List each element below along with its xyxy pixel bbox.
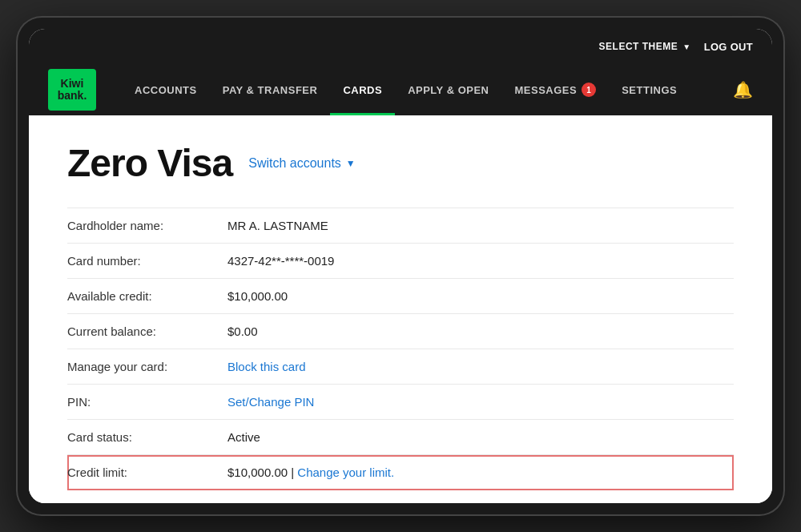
- available-credit-value: $10,000.00: [227, 279, 734, 314]
- table-row-cardholder-name: Cardholder name:MR A. LASTNAME: [67, 208, 734, 244]
- table-row-pin: PIN:Set/Change PIN: [67, 385, 734, 420]
- nav-item-apply-open[interactable]: APPLY & OPEN: [395, 64, 501, 115]
- card-status-label: Card status:: [67, 420, 227, 455]
- card-info-table: Cardholder name:MR A. LASTNAMECard numbe…: [67, 208, 734, 503]
- credit-limit-label: Credit limit:: [67, 455, 227, 490]
- statements-value[interactable]: Manage delivery options.: [227, 490, 734, 504]
- screen: SELECT THEME ▼ LOG OUT Kiwibank. ACCOUNT…: [29, 29, 772, 503]
- table-row-manage-card: Manage your card:Block this card: [67, 349, 734, 385]
- top-bar: SELECT THEME ▼ LOG OUT: [29, 29, 772, 64]
- table-row-card-status: Card status:Active: [67, 420, 734, 455]
- logout-button[interactable]: LOG OUT: [704, 41, 753, 53]
- table-row-statements: Statements:Manage delivery options.: [67, 490, 734, 504]
- main-nav: Kiwibank. ACCOUNTSPAY & TRANSFERCARDSAPP…: [29, 64, 772, 115]
- page-title: Zero Visa: [67, 141, 232, 185]
- current-balance-label: Current balance:: [67, 314, 227, 349]
- nav-item-pay-transfer[interactable]: PAY & TRANSFER: [210, 64, 331, 115]
- select-theme-label: SELECT THEME: [599, 41, 678, 52]
- logo[interactable]: Kiwibank.: [48, 69, 96, 111]
- pin-value[interactable]: Set/Change PIN: [227, 385, 734, 420]
- nav-item-settings[interactable]: SETTINGS: [609, 64, 690, 115]
- table-row-current-balance: Current balance:$0.00: [67, 314, 734, 349]
- card-number-label: Card number:: [67, 244, 227, 279]
- cardholder-name-value: MR A. LASTNAME: [227, 208, 734, 244]
- switch-accounts-arrow-icon: ▼: [346, 158, 356, 169]
- nav-item-cards[interactable]: CARDS: [330, 64, 395, 115]
- nav-item-messages[interactable]: MESSAGES1: [502, 64, 610, 115]
- switch-accounts-label: Switch accounts: [248, 156, 341, 171]
- manage-card-label: Manage your card:: [67, 349, 227, 385]
- bell-icon[interactable]: 🔔: [733, 80, 753, 99]
- nav-right: 🔔: [733, 80, 753, 99]
- pin-link[interactable]: Set/Change PIN: [227, 395, 314, 409]
- cardholder-name-label: Cardholder name:: [67, 208, 227, 244]
- card-status-value: Active: [227, 420, 734, 455]
- device-frame: SELECT THEME ▼ LOG OUT Kiwibank. ACCOUNT…: [16, 16, 785, 516]
- manage-card-link[interactable]: Block this card: [227, 360, 306, 373]
- nav-item-accounts[interactable]: ACCOUNTS: [122, 64, 210, 115]
- table-row-available-credit: Available credit:$10,000.00: [67, 279, 734, 314]
- nav-items: ACCOUNTSPAY & TRANSFERCARDSAPPLY & OPENM…: [122, 64, 733, 115]
- select-theme-button[interactable]: SELECT THEME ▼: [599, 41, 691, 52]
- page-header: Zero Visa Switch accounts ▼: [67, 141, 734, 185]
- current-balance-value: $0.00: [227, 314, 734, 349]
- statements-label: Statements:: [67, 490, 227, 504]
- card-number-value: 4327-42**-****-0019: [227, 244, 734, 279]
- table-row-card-number: Card number:4327-42**-****-0019: [67, 244, 734, 279]
- nav-badge-messages: 1: [582, 83, 596, 97]
- logo-text: Kiwibank.: [58, 78, 87, 103]
- available-credit-label: Available credit:: [67, 279, 227, 314]
- credit-limit-link[interactable]: Change your limit.: [297, 466, 394, 479]
- pin-label: PIN:: [67, 385, 227, 420]
- table-row-credit-limit: Credit limit:$10,000.00 | Change your li…: [67, 455, 734, 490]
- credit-limit-value[interactable]: $10,000.00 | Change your limit.: [227, 455, 734, 490]
- main-content: Zero Visa Switch accounts ▼ Cardholder n…: [29, 115, 772, 503]
- manage-card-value[interactable]: Block this card: [227, 349, 734, 385]
- switch-accounts-link[interactable]: Switch accounts ▼: [248, 156, 356, 171]
- logo-box: Kiwibank.: [48, 69, 96, 111]
- chevron-down-icon: ▼: [682, 42, 690, 51]
- credit-limit-text: $10,000.00 |: [227, 466, 297, 479]
- statements-link[interactable]: Manage delivery options.: [227, 501, 361, 503]
